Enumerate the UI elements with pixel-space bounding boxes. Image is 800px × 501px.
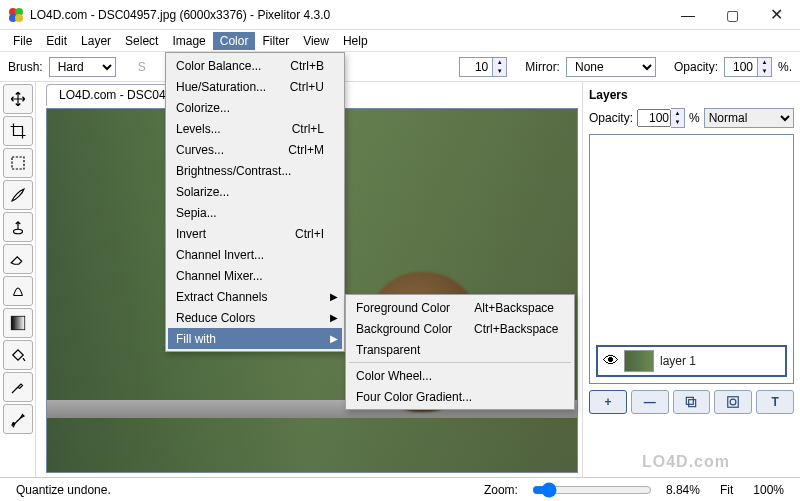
layer-name[interactable]: layer 1 [654,354,696,368]
menu-reduce-colors[interactable]: Reduce Colors▶ [168,307,342,328]
spinner-down-icon[interactable]: ▼ [493,67,506,76]
watermark: LO4D.com [642,453,730,471]
menu-extract-channels[interactable]: Extract Channels▶ [168,286,342,307]
size-spinner[interactable]: ▲▼ [459,57,507,77]
smudge-tool[interactable] [3,276,33,306]
spinner-up-icon[interactable]: ▲ [671,109,684,118]
mirror-select[interactable]: None [566,57,656,77]
move-tool[interactable] [3,84,33,114]
layer-opacity-spinner[interactable]: ▲▼ [637,108,685,128]
menu-color[interactable]: Color [213,32,256,50]
app-icon [8,7,24,23]
close-button[interactable]: ✕ [754,1,798,29]
menu-channel-mixer[interactable]: Channel Mixer... [168,265,342,286]
status-message: Quantize undone. [10,483,117,497]
menu-brightness-contrast[interactable]: Brightness/Contrast... [168,160,342,181]
mirror-label: Mirror: [525,60,560,74]
fit-value[interactable]: 100% [747,483,790,497]
menu-fill-foreground[interactable]: Foreground ColorAlt+Backspace [348,297,572,318]
svg-point-11 [730,399,736,405]
submenu-arrow-icon: ▶ [330,312,338,323]
toolbox [0,82,36,477]
maximize-button[interactable]: ▢ [710,1,754,29]
menu-layer[interactable]: Layer [74,32,118,50]
menu-sepia[interactable]: Sepia... [168,202,342,223]
brush-select[interactable]: Hard [49,57,116,77]
layer-thumbnail [624,350,654,372]
visibility-icon[interactable]: 👁 [598,352,624,370]
pen-tool[interactable] [3,404,33,434]
spinner-up-icon[interactable]: ▲ [493,58,506,67]
menu-curves[interactable]: Curves...Ctrl+M [168,139,342,160]
spinner-up-icon[interactable]: ▲ [758,58,771,67]
svg-rect-9 [689,400,696,407]
menu-colorize[interactable]: Colorize... [168,97,342,118]
color-menu-dropdown: Color Balance...Ctrl+B Hue/Saturation...… [165,52,345,352]
delete-layer-button[interactable]: — [631,390,669,414]
spinner-down-icon[interactable]: ▼ [671,118,684,127]
options-bar: Brush: Hard S ▲▼ Mirror: None Opacity: ▲… [0,52,800,82]
layer-row[interactable]: 👁 layer 1 [596,345,787,377]
svg-rect-4 [12,157,24,169]
menu-color-balance[interactable]: Color Balance...Ctrl+B [168,55,342,76]
layer-mask-button[interactable] [714,390,752,414]
layer-opacity-suffix: % [689,111,700,125]
svg-rect-10 [728,397,739,408]
menu-hue-saturation[interactable]: Hue/Saturation...Ctrl+U [168,76,342,97]
svg-rect-8 [687,397,694,404]
submenu-arrow-icon: ▶ [330,333,338,344]
spinner-down-icon[interactable]: ▼ [758,67,771,76]
menu-fill-with[interactable]: Fill with▶ [168,328,342,349]
menubar: File Edit Layer Select Image Color Filte… [0,30,800,52]
bucket-tool[interactable] [3,340,33,370]
menu-image[interactable]: Image [165,32,212,50]
duplicate-layer-button[interactable] [673,390,711,414]
menu-view[interactable]: View [296,32,336,50]
menu-invert[interactable]: InvertCtrl+I [168,223,342,244]
menu-fill-transparent[interactable]: Transparent [348,339,572,360]
zoom-label: Zoom: [478,483,524,497]
zoom-slider[interactable] [532,482,652,498]
clone-tool[interactable] [3,212,33,242]
crop-tool[interactable] [3,116,33,146]
gradient-tool[interactable] [3,308,33,338]
size-input[interactable] [459,57,493,77]
minimize-button[interactable]: — [666,1,710,29]
menu-solarize[interactable]: Solarize... [168,181,342,202]
fill-with-submenu: Foreground ColorAlt+Backspace Background… [345,294,575,410]
selection-tool[interactable] [3,148,33,178]
truncated-control: S [138,60,146,74]
layer-opacity-label: Opacity: [589,111,633,125]
opacity-input[interactable] [724,57,758,77]
eraser-tool[interactable] [3,244,33,274]
layer-list[interactable]: 👁 layer 1 [589,134,794,384]
add-layer-button[interactable]: + [589,390,627,414]
statusbar: Quantize undone. Zoom: 8.84% Fit 100% [0,477,800,501]
eyedropper-tool[interactable] [3,372,33,402]
menu-levels[interactable]: Levels...Ctrl+L [168,118,342,139]
menu-fill-color-wheel[interactable]: Color Wheel... [348,365,572,386]
layer-opacity-input[interactable] [637,109,671,127]
opacity-suffix: %. [778,60,792,74]
brush-tool[interactable] [3,180,33,210]
menu-select[interactable]: Select [118,32,165,50]
layers-title: Layers [589,88,794,102]
fit-label[interactable]: Fit [714,483,739,497]
svg-point-5 [13,229,22,234]
zoom-value: 8.84% [660,483,706,497]
menu-channel-invert[interactable]: Channel Invert... [168,244,342,265]
svg-rect-6 [11,316,25,330]
menu-help[interactable]: Help [336,32,375,50]
text-layer-button[interactable]: T [756,390,794,414]
opacity-spinner[interactable]: ▲▼ [724,57,772,77]
blend-mode-select[interactable]: Normal [704,108,794,128]
menu-fill-four-color-gradient[interactable]: Four Color Gradient... [348,386,572,407]
menu-file[interactable]: File [6,32,39,50]
svg-point-7 [12,423,14,425]
menu-edit[interactable]: Edit [39,32,74,50]
menu-filter[interactable]: Filter [255,32,296,50]
workspace: LO4D.com - DSC0495 Layers Opacity: ▲▼ % … [0,82,800,477]
menu-fill-background[interactable]: Background ColorCtrl+Backspace [348,318,572,339]
layers-panel: Layers Opacity: ▲▼ % Normal 👁 layer 1 + … [582,82,800,477]
opacity-label: Opacity: [674,60,718,74]
